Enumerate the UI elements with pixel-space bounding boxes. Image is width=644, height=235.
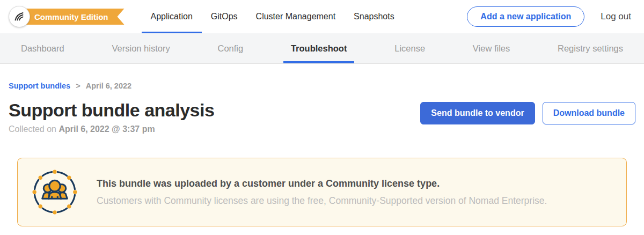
subtab-troubleshoot[interactable]: Troubleshoot (283, 33, 355, 63)
replicated-logo-icon (13, 10, 26, 23)
subtab-config[interactable]: Config (210, 33, 251, 63)
breadcrumb-separator: > (76, 82, 80, 90)
main-nav: Application GitOps Cluster Management Sn… (142, 0, 404, 33)
subtab-view-files[interactable]: View files (465, 33, 517, 63)
banner-body: Customers with Community licenses are us… (97, 195, 547, 207)
page-title: Support bundle analysis (9, 100, 214, 121)
bundle-actions: Send bundle to vendor Download bundle (420, 102, 635, 124)
community-edition-badge: Community Edition (24, 9, 125, 25)
community-license-banner: This bundle was uploaded by a customer u… (17, 158, 627, 226)
app-subnav: Dashboard Version history Config Trouble… (0, 33, 644, 64)
main-content: Support bundles > April 6, 2022 Support … (0, 82, 644, 226)
breadcrumb: Support bundles > April 6, 2022 (9, 82, 635, 90)
top-navbar: Community Edition Application GitOps Clu… (0, 0, 644, 33)
banner-text: This bundle was uploaded by a customer u… (97, 178, 547, 207)
community-people-icon (31, 168, 78, 216)
send-bundle-to-vendor-button[interactable]: Send bundle to vendor (420, 102, 535, 124)
collected-date: April 6, 2022 @ 3:37 pm (58, 124, 155, 134)
replicated-logo[interactable] (9, 6, 30, 27)
breadcrumb-support-bundles-link[interactable]: Support bundles (9, 82, 70, 90)
logout-link[interactable]: Log out (601, 11, 631, 22)
tab-cluster-management[interactable]: Cluster Management (247, 0, 345, 33)
breadcrumb-current: April 6, 2022 (86, 82, 131, 90)
tab-snapshots[interactable]: Snapshots (345, 0, 404, 33)
brand: Community Edition (9, 0, 125, 33)
add-application-button[interactable]: Add a new application (467, 6, 584, 27)
banner-heading: This bundle was uploaded by a customer u… (97, 178, 547, 189)
page-header: Support bundle analysis Collected on Apr… (9, 100, 635, 134)
subtab-version-history[interactable]: Version history (105, 33, 178, 63)
tab-gitops[interactable]: GitOps (202, 0, 247, 33)
subtab-license[interactable]: License (387, 33, 433, 63)
tab-application[interactable]: Application (142, 0, 202, 33)
download-bundle-button[interactable]: Download bundle (543, 102, 635, 124)
title-block: Support bundle analysis Collected on Apr… (9, 100, 214, 134)
subtab-dashboard[interactable]: Dashboard (13, 33, 72, 63)
collected-timestamp: Collected on April 6, 2022 @ 3:37 pm (9, 124, 214, 134)
topnav-right: Add a new application Log out (467, 6, 631, 27)
collected-prefix: Collected on (9, 124, 58, 134)
subtab-registry-settings[interactable]: Registry settings (550, 33, 631, 63)
